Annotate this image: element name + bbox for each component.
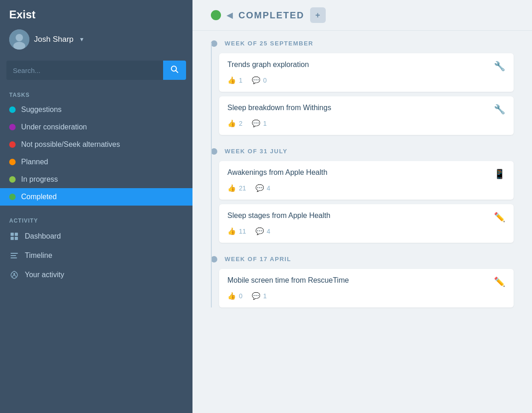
- thumbs-up-icon: 👍: [227, 76, 236, 84]
- svg-point-1: [16, 34, 23, 41]
- week-row-april: WEEK OF 17 APRIL: [211, 256, 514, 262]
- main-header: ◀ COMPLETED +: [192, 0, 532, 31]
- search-row: [0, 56, 192, 87]
- task-card: Sleep breakdown from Withings 🔧 👍 2 💬 1: [219, 96, 514, 135]
- dashboard-icon: [9, 231, 19, 241]
- sidebar-label-dashboard: Dashboard: [25, 232, 61, 240]
- comment-icon: 💬: [255, 227, 264, 235]
- task-title[interactable]: Trends graph exploration: [227, 61, 309, 69]
- sidebar-item-completed[interactable]: Completed: [0, 188, 192, 206]
- comment-icon: 💬: [252, 119, 260, 128]
- tasks-section-label: TASKS: [0, 87, 192, 101]
- task-title[interactable]: Awakenings from Apple Health: [227, 168, 328, 177]
- timeline-icon: [9, 251, 19, 261]
- content-scroll: WEEK OF 25 SEPTEMBER Trends graph explor…: [192, 31, 532, 413]
- sidebar-item-not-possible[interactable]: Not possible/Seek alternatives: [0, 136, 192, 153]
- like-count: 👍 2: [227, 119, 243, 128]
- your-activity-icon: [9, 270, 19, 280]
- sidebar-label-timeline: Timeline: [25, 251, 52, 260]
- add-task-button[interactable]: +: [310, 7, 326, 23]
- like-number: 1: [239, 77, 243, 84]
- avatar: [9, 29, 29, 50]
- sidebar-item-timeline[interactable]: Timeline: [0, 246, 192, 265]
- comment-count: 💬 1: [252, 292, 267, 300]
- dot-planned: [9, 159, 16, 165]
- task-pencil-icon: ✏️: [494, 276, 505, 287]
- task-card: Sleep stages from Apple Health ✏️ 👍 11 💬…: [219, 204, 514, 243]
- sidebar-label-completed: Completed: [21, 193, 57, 201]
- comment-number: 1: [263, 292, 267, 300]
- thumbs-up-icon: 👍: [227, 292, 236, 300]
- app-title: Exist: [9, 8, 183, 21]
- task-title[interactable]: Sleep breakdown from Withings: [227, 104, 331, 112]
- task-meta: 👍 11 💬 4: [227, 227, 505, 235]
- thumbs-up-icon: 👍: [227, 184, 236, 192]
- task-card-top: Trends graph exploration 🔧: [227, 61, 505, 72]
- svg-rect-10: [11, 255, 16, 256]
- user-dropdown-arrow: ▼: [79, 36, 85, 43]
- dot-in-progress: [9, 176, 16, 183]
- avatar-image: [9, 29, 29, 50]
- task-wrench-icon: 🔧: [494, 61, 505, 72]
- comment-number: 0: [263, 77, 267, 84]
- svg-line-4: [176, 71, 178, 73]
- comment-count: 💬 1: [252, 119, 267, 128]
- task-card: Trends graph exploration 🔧 👍 1 💬 0: [219, 53, 514, 92]
- task-card-top: Awakenings from Apple Health 📱: [227, 168, 505, 179]
- sidebar-item-in-progress[interactable]: In progress: [0, 171, 192, 188]
- search-button[interactable]: [163, 61, 186, 80]
- week-row-september: WEEK OF 25 SEPTEMBER: [211, 40, 514, 47]
- task-meta: 👍 21 💬 4: [227, 184, 505, 192]
- dot-completed: [9, 194, 16, 200]
- task-card: Awakenings from Apple Health 📱 👍 21 💬 4: [219, 161, 514, 200]
- comment-icon: 💬: [252, 292, 260, 300]
- header-status-dot: [211, 10, 221, 20]
- task-title[interactable]: Sleep stages from Apple Health: [227, 212, 330, 220]
- week-section-september: WEEK OF 25 SEPTEMBER Trends graph explor…: [219, 40, 514, 135]
- comment-number: 1: [263, 120, 267, 127]
- like-number: 2: [239, 120, 243, 127]
- task-wrench-icon: 🔧: [494, 104, 505, 115]
- tasks-nav: Suggestions Under consideration Not poss…: [0, 101, 192, 206]
- svg-rect-9: [11, 253, 18, 254]
- like-number: 0: [239, 292, 243, 300]
- task-card: Mobile screen time from RescueTime ✏️ 👍 …: [219, 269, 514, 307]
- week-dot-july: [211, 148, 217, 155]
- sidebar-item-dashboard[interactable]: Dashboard: [0, 227, 192, 246]
- dot-under-consideration: [9, 124, 16, 130]
- comment-icon: 💬: [252, 76, 260, 84]
- like-number: 11: [239, 228, 246, 235]
- task-title[interactable]: Mobile screen time from RescueTime: [227, 276, 349, 285]
- sidebar-item-your-activity[interactable]: Your activity: [0, 265, 192, 285]
- sidebar-label-in-progress: In progress: [21, 175, 58, 184]
- activity-nav: Dashboard Timeline Your activity: [0, 227, 192, 285]
- week-dot-april: [211, 256, 217, 262]
- comment-count: 💬 0: [252, 76, 267, 84]
- sidebar-label-not-possible: Not possible/Seek alternatives: [21, 140, 120, 149]
- sidebar-label-under-consideration: Under consideration: [21, 123, 87, 131]
- week-row-july: WEEK OF 31 JULY: [211, 148, 514, 155]
- sidebar-label-planned: Planned: [21, 158, 48, 166]
- sidebar-label-your-activity: Your activity: [25, 271, 64, 279]
- like-number: 21: [239, 184, 246, 192]
- task-card-top: Sleep breakdown from Withings 🔧: [227, 104, 505, 115]
- dot-not-possible: [9, 141, 16, 148]
- like-count: 👍 0: [227, 292, 243, 300]
- svg-rect-5: [11, 233, 14, 236]
- sidebar-item-under-consideration[interactable]: Under consideration: [0, 118, 192, 136]
- sidebar-item-planned[interactable]: Planned: [0, 153, 192, 171]
- comment-number: 4: [267, 184, 271, 192]
- dot-suggestions: [9, 106, 16, 113]
- user-row[interactable]: Josh Sharp ▼: [9, 29, 183, 50]
- user-name: Josh Sharp: [34, 35, 74, 44]
- week-label-april: WEEK OF 17 APRIL: [225, 256, 291, 262]
- sidebar-item-suggestions[interactable]: Suggestions: [0, 101, 192, 118]
- sidebar: Exist Josh Sharp ▼ TASKS: [0, 0, 192, 413]
- week-section-april: WEEK OF 17 APRIL Mobile screen time from…: [219, 256, 514, 307]
- week-label-september: WEEK OF 25 SEPTEMBER: [225, 40, 313, 47]
- svg-point-12: [13, 273, 15, 275]
- search-input[interactable]: [6, 61, 163, 80]
- header-back-arrow[interactable]: ◀: [226, 10, 233, 20]
- task-pencil-icon: ✏️: [494, 212, 505, 223]
- task-meta: 👍 0 💬 1: [227, 292, 505, 300]
